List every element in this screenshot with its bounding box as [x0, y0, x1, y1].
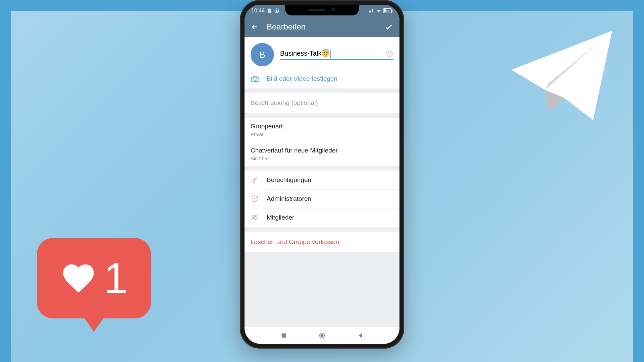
- alarm-off-icon: [267, 8, 272, 13]
- header-title: Bearbeiten: [267, 22, 376, 32]
- content-area: B Business-Talk😇 Bild od: [245, 37, 399, 327]
- whatsapp-icon: [274, 8, 279, 13]
- group-name-value: Business-Talk😇: [280, 49, 385, 58]
- like-badge: 1: [37, 238, 151, 318]
- group-type-title: Gruppenart: [251, 123, 393, 130]
- svg-point-1: [275, 9, 279, 13]
- group-name-input[interactable]: Business-Talk😇: [280, 49, 393, 60]
- svg-rect-4: [392, 10, 392, 12]
- home-button-icon[interactable]: [318, 332, 326, 339]
- phone-device: 10:44 16 Bearbeiten: [240, 0, 404, 349]
- confirm-check-icon[interactable]: [384, 22, 393, 32]
- back-button-icon[interactable]: [357, 332, 364, 339]
- svg-point-12: [256, 216, 257, 218]
- like-count: 1: [104, 253, 128, 303]
- chat-history-title: Chatverlauf für neue Mitglieder: [251, 147, 393, 154]
- group-type-row[interactable]: Gruppenart Privat: [245, 118, 399, 142]
- chat-history-row[interactable]: Chatverlauf für neue Mitglieder Sichtbar: [245, 142, 399, 166]
- members-label: Mitglieder: [267, 214, 294, 221]
- android-nav-bar: [245, 327, 399, 344]
- back-arrow-icon[interactable]: [251, 23, 259, 31]
- members-row[interactable]: Mitglieder: [245, 208, 399, 227]
- set-photo-video-button[interactable]: Bild oder Video festlegen: [245, 69, 399, 88]
- svg-point-15: [321, 334, 323, 337]
- app-header: Bearbeiten: [245, 17, 399, 37]
- svg-text:16: 16: [386, 9, 389, 13]
- permissions-label: Berechtigungen: [267, 176, 311, 184]
- heart-icon: [60, 260, 97, 297]
- delete-leave-label: Löschen und Gruppe verlassen: [251, 238, 339, 245]
- shield-star-icon: [251, 195, 259, 203]
- members-icon: [251, 214, 259, 222]
- group-name-row: B Business-Talk😇: [245, 37, 399, 69]
- administrators-label: Administratoren: [267, 195, 311, 202]
- svg-point-9: [254, 78, 256, 80]
- svg-point-7: [388, 53, 389, 53]
- svg-point-10: [252, 180, 255, 182]
- recents-button-icon[interactable]: [280, 332, 287, 339]
- svg-rect-3: [384, 9, 386, 12]
- description-input[interactable]: Beschreibung (optional): [245, 93, 399, 113]
- key-icon: [251, 176, 259, 184]
- camera-icon: [251, 74, 259, 83]
- status-time: 10:44: [251, 8, 265, 14]
- group-type-value: Privat: [251, 131, 393, 137]
- emoji-picker-icon[interactable]: [385, 50, 393, 58]
- chat-history-value: Sichtbar: [251, 156, 393, 161]
- wifi-icon: [376, 8, 381, 13]
- group-avatar[interactable]: B: [251, 43, 274, 66]
- permissions-row[interactable]: Berechtigungen: [245, 171, 399, 189]
- battery-icon: 16: [383, 8, 393, 13]
- delete-leave-group-button[interactable]: Löschen und Gruppe verlassen: [245, 232, 399, 252]
- description-placeholder: Beschreibung (optional): [251, 99, 318, 106]
- svg-point-11: [253, 215, 255, 218]
- administrators-row[interactable]: Administratoren: [245, 189, 399, 208]
- svg-point-6: [386, 51, 392, 57]
- phone-notch: [285, 5, 359, 15]
- telegram-logo-icon: [505, 25, 619, 126]
- signal-icon: [369, 8, 374, 13]
- avatar-letter: B: [259, 50, 265, 60]
- svg-rect-13: [282, 334, 286, 338]
- svg-point-8: [390, 53, 391, 53]
- set-media-label: Bild oder Video festlegen: [267, 75, 337, 82]
